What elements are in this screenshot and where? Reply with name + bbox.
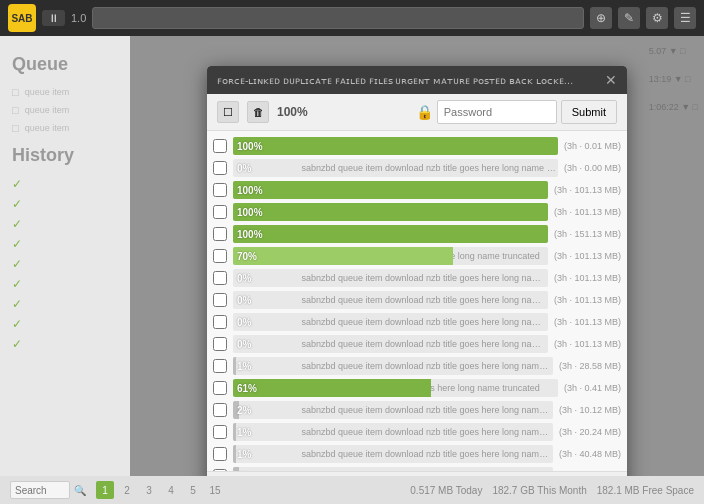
row-percent-label: 0% [233,317,251,328]
modal-header: ꜰᴏʀᴄᴇ-ʟɪɴᴋᴇᴅ ᴅᴜᴘʟɪᴄᴀᴛᴇ ꜰᴀɪʟᴇᴅ ꜰɪʟᴇꜱ ᴜʀɢᴇ… [207,66,627,94]
check-icon: ✓ [12,277,22,291]
row-checkbox-8[interactable] [213,315,227,329]
sidebar-history-item-7[interactable]: ✓ [0,294,130,314]
row-progress-bar: 100% sabnzbd queue item download nzb tit… [233,225,548,243]
stat-0: 0.517 MB Today [410,485,482,496]
pause-button[interactable]: ⏸ [42,10,65,26]
stat-1: 182.7 GB This Month [492,485,586,496]
row-checkbox-11[interactable] [213,381,227,395]
row-size: (3h · 101.13 MB) [554,339,621,349]
total-percent: 100% [277,105,308,119]
top-bar: SAB ⏸ 1.0 ⊕ ✎ ⚙ ☰ [0,0,704,36]
row-size: (3h · 101.13 MB) [554,317,621,327]
globe-icon[interactable]: ⊕ [590,7,612,29]
page-button-5[interactable]: 5 [184,481,202,499]
row-checkbox-3[interactable] [213,205,227,219]
sidebar-queue-item-2[interactable]: □ queue item [0,101,130,119]
sidebar-history-item-8[interactable]: ✓ [0,314,130,334]
submit-button[interactable]: Submit [561,100,617,124]
row-checkbox-4[interactable] [213,227,227,241]
row-percent-label: 1% [233,361,251,372]
modal-close-button[interactable]: ✕ [605,72,617,88]
row-size: (3h · 40.48 MB) [559,449,621,459]
row-percent-label: 100% [233,185,263,196]
row-text: sabnzbd queue item download nzb title go… [251,339,548,349]
row-size: (3h · 101.13 MB) [554,185,621,195]
page-button-4[interactable]: 4 [162,481,180,499]
row-text: sabnzbd queue item download nzb title go… [251,361,553,371]
row-percent-label: 100% [233,229,263,240]
row-checkbox-7[interactable] [213,293,227,307]
row-size: (3h · 10.12 MB) [559,405,621,415]
page-button-15[interactable]: 15 [206,481,224,499]
queue-title: Queue [0,46,130,83]
sidebar-history-item-3[interactable]: ✓ [0,214,130,234]
sidebar-queue-item-1[interactable]: □ queue item [0,83,130,101]
password-input[interactable] [437,100,557,124]
row-progress-fill [233,137,558,155]
row-checkbox-12[interactable] [213,403,227,417]
check-icon: ✓ [12,177,22,191]
menu-icon[interactable]: ☰ [674,7,696,29]
row-percent-label: 70% [233,251,257,262]
row-percent-label: 2% [233,405,251,416]
search-section: 🔍 [10,481,86,499]
row-text: sabnzbd queue item download nzb title go… [251,163,558,173]
row-checkbox-13[interactable] [213,425,227,439]
row-checkbox-14[interactable] [213,447,227,461]
row-text: sabnzbd queue item download nzb title go… [251,273,548,283]
modal-row: 2% sabnzbd queue item download nzb title… [213,399,621,421]
modal-row: 1% sabnzbd queue item download nzb title… [213,443,621,465]
row-size: (3h · 0.01 MB) [564,141,621,151]
search-icon[interactable]: 🔍 [74,485,86,496]
row-size: (3h · 101.13 MB) [554,251,621,261]
modal-row: 70% sabnzbd queue item download nzb titl… [213,245,621,267]
search-input[interactable] [10,481,70,499]
modal-body[interactable]: 100% sabnzbd queue item download nzb tit… [207,131,627,471]
sidebar-queue-item-3[interactable]: □ queue item [0,119,130,137]
sidebar-history-item-9[interactable]: ✓ [0,334,130,354]
row-checkbox-5[interactable] [213,249,227,263]
row-percent-label: 0% [233,339,251,350]
sidebar-history-item-4[interactable]: ✓ [0,234,130,254]
row-size: (3h · 0.41 MB) [564,383,621,393]
row-checkbox-15[interactable] [213,469,227,471]
logo: SAB [8,4,36,32]
row-progress-fill [233,225,548,243]
modal-row: 100% sabnzbd queue item download nzb tit… [213,223,621,245]
page-button-1[interactable]: 1 [96,481,114,499]
bottom-bar: 🔍 1234515 0.517 MB Today182.7 GB This Mo… [0,476,704,504]
settings-icon[interactable]: ⚙ [646,7,668,29]
sidebar-history-item-2[interactable]: ✓ [0,194,130,214]
row-percent-label: 61% [233,383,257,394]
row-progress-bar: 0% sabnzbd queue item download nzb title… [233,159,558,177]
modal-row: 100% sabnzbd queue item download nzb tit… [213,179,621,201]
page-button-2[interactable]: 2 [118,481,136,499]
row-size: (3h · 101.13 MB) [554,207,621,217]
sidebar-history-item-1[interactable]: ✓ [0,174,130,194]
check-icon: ✓ [12,297,22,311]
row-size: (3h · 0.00 MB) [564,163,621,173]
sidebar-history-item-6[interactable]: ✓ [0,274,130,294]
row-progress-bar: 0% sabnzbd queue item download nzb title… [233,269,548,287]
row-checkbox-2[interactable] [213,183,227,197]
row-checkbox-1[interactable] [213,161,227,175]
row-checkbox-0[interactable] [213,139,227,153]
url-input[interactable] [92,7,584,29]
row-checkbox-9[interactable] [213,337,227,351]
page-button-3[interactable]: 3 [140,481,158,499]
row-percent-label: 1% [233,449,251,460]
modal-row: 2% sabnzbd queue item download nzb title… [213,465,621,471]
row-checkbox-6[interactable] [213,271,227,285]
row-checkbox-10[interactable] [213,359,227,373]
sidebar: Queue □ queue item □ queue item □ queue … [0,36,130,476]
modal-row: 0% sabnzbd queue item download nzb title… [213,333,621,355]
modal-toolbar: ☐ 🗑 100% 🔒 Submit [207,94,627,131]
row-text: sabnzbd queue item download nzb title go… [251,449,553,459]
delete-button[interactable]: 🗑 [247,101,269,123]
sidebar-history-item-5[interactable]: ✓ [0,254,130,274]
row-progress-bar: 1% sabnzbd queue item download nzb title… [233,357,553,375]
select-all-button[interactable]: ☐ [217,101,239,123]
edit-icon[interactable]: ✎ [618,7,640,29]
row-text: sabnzbd queue item download nzb title go… [251,295,548,305]
